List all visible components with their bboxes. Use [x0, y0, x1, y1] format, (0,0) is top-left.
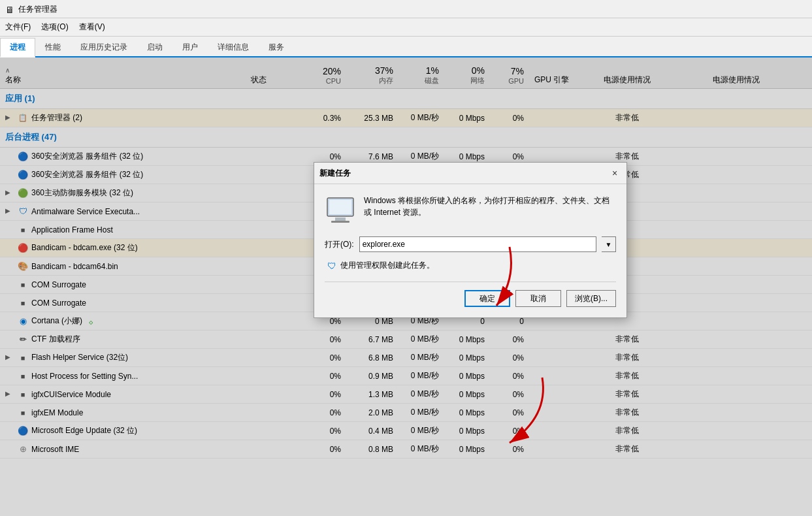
dialog-title-bar: 新建任务 ×	[314, 163, 626, 184]
tab-startup[interactable]: 启动	[137, 38, 172, 56]
computer-icon	[325, 195, 356, 226]
browse-button[interactable]: 浏览(B)...	[566, 290, 616, 307]
tab-bar: 进程 性能 应用历史记录 启动 用户 详细信息 服务	[0, 37, 812, 57]
svg-rect-1	[329, 200, 351, 214]
svg-rect-3	[331, 221, 349, 223]
menu-view[interactable]: 查看(V)	[74, 20, 110, 35]
dropdown-arrow[interactable]: ▼	[602, 236, 616, 252]
dialog-input-row: 打开(O): ▼	[325, 236, 616, 252]
ok-button[interactable]: 确定	[464, 290, 510, 307]
title-bar: 🖥 任务管理器	[0, 0, 812, 18]
dialog-close-button[interactable]: ×	[608, 167, 621, 180]
app-icon: 🖥	[5, 5, 14, 15]
tab-processes[interactable]: 进程	[0, 38, 35, 57]
new-task-dialog: 新建任务 × Windows 将根据你所键入的名称，为你打开相应的程序、文件夹、…	[314, 162, 627, 318]
cancel-button[interactable]: 取消	[515, 290, 561, 307]
tab-app-history[interactable]: 应用历史记录	[71, 38, 137, 56]
dialog-body: Windows 将根据你所键入的名称，为你打开相应的程序、文件夹、文档或 Int…	[314, 184, 626, 317]
open-input[interactable]	[359, 236, 596, 252]
input-label: 打开(O):	[325, 239, 354, 250]
menu-file[interactable]: 文件(F)	[0, 20, 36, 35]
dialog-content-row: Windows 将根据你所键入的名称，为你打开相应的程序、文件夹、文档或 Int…	[325, 195, 616, 226]
menu-options[interactable]: 选项(O)	[36, 20, 73, 35]
dialog-title: 新建任务	[319, 168, 351, 179]
tab-services[interactable]: 服务	[259, 38, 294, 56]
svg-rect-2	[335, 218, 346, 221]
tab-performance[interactable]: 性能	[35, 38, 71, 56]
shield-icon: 🛡	[327, 261, 336, 271]
admin-text: 使用管理权限创建此任务。	[340, 260, 434, 271]
dialog-description: Windows 将根据你所键入的名称，为你打开相应的程序、文件夹、文档或 Int…	[364, 195, 616, 218]
main-content: ∧ 名称 状态 20% CPU 37% 内存 1% 磁盘 0% 网络 7% GP…	[0, 57, 812, 516]
window-title: 任务管理器	[18, 4, 57, 15]
dialog-buttons: 确定 取消 浏览(B)...	[325, 282, 616, 307]
tab-details[interactable]: 详细信息	[208, 38, 259, 56]
menu-bar: 文件(F) 选项(O) 查看(V)	[0, 18, 812, 37]
admin-row: 🛡 使用管理权限创建此任务。	[325, 260, 616, 271]
tab-users[interactable]: 用户	[172, 38, 208, 56]
